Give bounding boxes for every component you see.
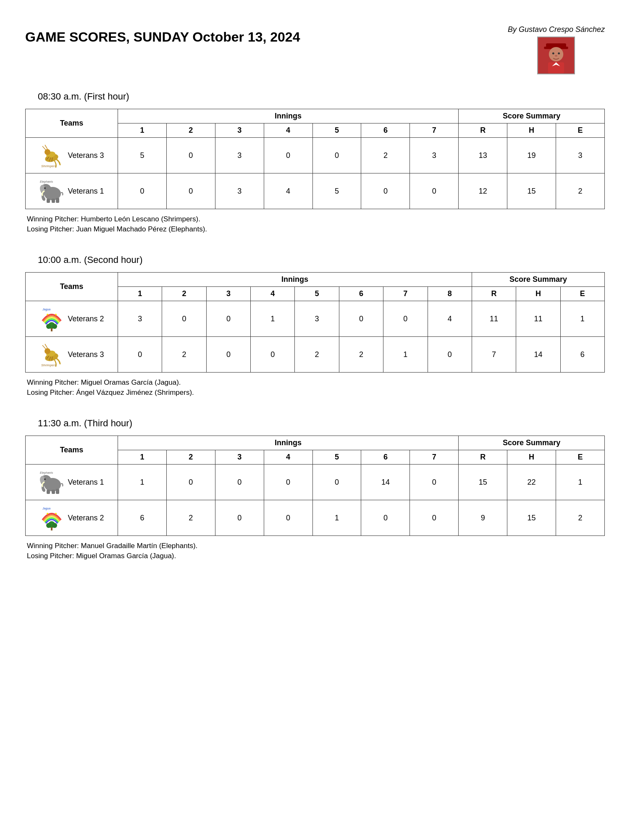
inning-7-header: 7 bbox=[383, 287, 428, 301]
summary-r: 15 bbox=[459, 465, 507, 500]
score-inning-4: 0 bbox=[264, 500, 312, 536]
svg-rect-30 bbox=[47, 199, 50, 203]
svg-text:Shrimpers: Shrimpers bbox=[41, 363, 56, 367]
summary-e: 3 bbox=[556, 138, 605, 173]
shrimpers-logo: Shrimpers bbox=[39, 342, 64, 367]
svg-rect-57 bbox=[56, 489, 59, 494]
inning-7-header: 7 bbox=[410, 450, 459, 465]
score-inning-1: 1 bbox=[118, 465, 167, 500]
svg-rect-31 bbox=[52, 199, 55, 203]
summary-r: 12 bbox=[459, 173, 507, 209]
summary-e: 1 bbox=[556, 465, 605, 500]
game-section-3: 11:30 a.m. (Third hour)TeamsInningsScore… bbox=[25, 418, 605, 560]
team-name: Veterans 2 bbox=[68, 315, 104, 323]
svg-point-38 bbox=[47, 314, 48, 315]
score-inning-2: 0 bbox=[166, 173, 215, 209]
inning-5-header: 5 bbox=[295, 287, 339, 301]
table-row: Jagua Veterans 23001300411111 bbox=[26, 301, 605, 337]
games-container: 08:30 a.m. (First hour)TeamsInningsScore… bbox=[25, 91, 605, 560]
game-time-2: 10:00 a.m. (Second hour) bbox=[25, 255, 605, 265]
inning-3-header: 3 bbox=[206, 287, 250, 301]
page-title: GAME SCORES, SUNDAY October 13, 2024 bbox=[25, 25, 300, 45]
score-summary-header: Score Summary bbox=[459, 436, 605, 450]
svg-line-21 bbox=[45, 145, 47, 149]
e-header: E bbox=[556, 123, 605, 138]
svg-text:Jagua: Jagua bbox=[42, 507, 50, 510]
game-time-3: 11:30 a.m. (Third hour) bbox=[25, 418, 605, 429]
svg-text:Shrimpers: Shrimpers bbox=[41, 164, 56, 168]
svg-point-35 bbox=[46, 324, 51, 329]
teams-header: Teams bbox=[26, 273, 118, 301]
score-inning-7: 0 bbox=[410, 500, 459, 536]
h-header: H bbox=[507, 123, 556, 138]
teams-header: Teams bbox=[26, 436, 118, 465]
svg-rect-56 bbox=[52, 490, 55, 494]
svg-rect-55 bbox=[47, 490, 50, 494]
table-row: Jagua Veterans 262001009152 bbox=[26, 500, 605, 536]
inning-6-header: 6 bbox=[339, 287, 383, 301]
r-header: R bbox=[459, 123, 507, 138]
score-inning-1: 0 bbox=[118, 173, 167, 209]
score-inning-4: 4 bbox=[264, 173, 312, 209]
shrimpers-logo: Shrimpers bbox=[39, 143, 64, 168]
team-cell-2-1: Jagua Veterans 2 bbox=[26, 301, 118, 337]
summary-e: 2 bbox=[556, 500, 605, 536]
score-inning-5: 0 bbox=[312, 465, 361, 500]
inning-2-header: 2 bbox=[162, 287, 206, 301]
summary-h: 14 bbox=[516, 337, 560, 373]
score-inning-8: 0 bbox=[428, 337, 472, 373]
summary-r: 13 bbox=[459, 138, 507, 173]
score-inning-7: 0 bbox=[383, 301, 428, 337]
elephants-logo: Elephants bbox=[39, 178, 64, 204]
team-name: Veterans 1 bbox=[68, 187, 104, 196]
svg-text:Elephants: Elephants bbox=[40, 471, 53, 475]
summary-e: 2 bbox=[556, 173, 605, 209]
h-header: H bbox=[507, 450, 556, 465]
svg-point-36 bbox=[52, 324, 57, 329]
score-inning-5: 1 bbox=[312, 500, 361, 536]
score-inning-8: 4 bbox=[428, 301, 472, 337]
score-inning-4: 0 bbox=[251, 337, 295, 373]
inning-4-header: 4 bbox=[251, 287, 295, 301]
inning-6-header: 6 bbox=[361, 123, 410, 138]
score-inning-5: 5 bbox=[312, 173, 361, 209]
team-cell-1-2: Elephants Veterans 1 bbox=[26, 173, 118, 209]
score-inning-4: 1 bbox=[251, 301, 295, 337]
score-inning-3: 0 bbox=[215, 465, 264, 500]
inning-4-header: 4 bbox=[264, 123, 312, 138]
inning-2-header: 2 bbox=[166, 450, 215, 465]
inning-2-header: 2 bbox=[166, 123, 215, 138]
innings-header: Innings bbox=[118, 273, 472, 287]
score-inning-7: 0 bbox=[410, 173, 459, 209]
team-name: Veterans 1 bbox=[68, 478, 104, 487]
inning-3-header: 3 bbox=[215, 450, 264, 465]
score-inning-3: 0 bbox=[206, 337, 250, 373]
score-summary-header: Score Summary bbox=[472, 273, 604, 287]
svg-point-29 bbox=[44, 187, 46, 189]
team-name: Veterans 3 bbox=[68, 350, 104, 359]
score-table-2: TeamsInningsScore Summary12345678RHE Jag… bbox=[25, 272, 605, 373]
r-header: R bbox=[472, 287, 516, 301]
svg-point-39 bbox=[55, 314, 57, 315]
inning-5-header: 5 bbox=[312, 123, 361, 138]
score-inning-4: 0 bbox=[264, 465, 312, 500]
inning-8-header: 8 bbox=[428, 287, 472, 301]
summary-h: 15 bbox=[507, 500, 556, 536]
table-row: Shrimpers Veterans 3503002313193 bbox=[26, 138, 605, 173]
score-inning-5: 0 bbox=[312, 138, 361, 173]
table-row: Elephants Veterans 1003450012152 bbox=[26, 173, 605, 209]
game-section-2: 10:00 a.m. (Second hour)TeamsInningsScor… bbox=[25, 255, 605, 397]
score-inning-3: 3 bbox=[215, 138, 264, 173]
svg-rect-37 bbox=[51, 328, 52, 331]
score-inning-2: 2 bbox=[162, 337, 206, 373]
score-inning-3: 0 bbox=[206, 301, 250, 337]
svg-point-61 bbox=[52, 523, 57, 528]
svg-point-10 bbox=[552, 52, 554, 55]
score-inning-2: 2 bbox=[166, 500, 215, 536]
summary-r: 9 bbox=[459, 500, 507, 536]
author-label: By Gustavo Crespo Sánchez bbox=[508, 25, 605, 34]
summary-r: 7 bbox=[472, 337, 516, 373]
score-inning-6: 0 bbox=[361, 500, 410, 536]
summary-e: 6 bbox=[560, 337, 604, 373]
winning-pitcher: Winning Pitcher: Manuel Gradaille Martín… bbox=[25, 542, 605, 550]
